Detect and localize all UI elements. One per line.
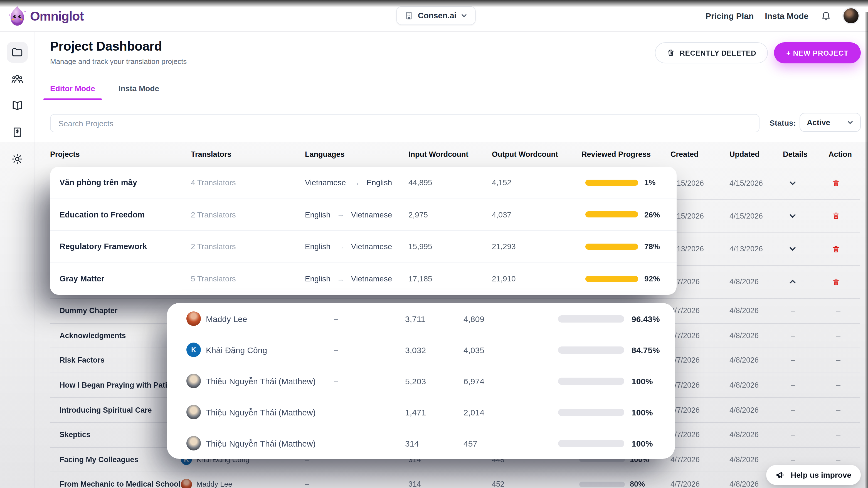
brand-wordmark: Omniglot (30, 9, 84, 24)
updated-date: 4/8/2026 (730, 278, 783, 286)
col-input-wordcount: Input Wordcount (408, 150, 492, 159)
nav-insta-mode[interactable]: Insta Mode (765, 11, 808, 21)
updated-date: 4/8/2026 (730, 356, 783, 364)
progress-bar (558, 440, 624, 447)
progress-bar (585, 276, 638, 282)
language-pair: Vietnamese→English (305, 178, 408, 187)
details-placeholder: – (783, 431, 829, 439)
details-placeholder: – (783, 406, 829, 414)
output-wordcount: 4,035 (464, 345, 558, 355)
topbar: Omniglot Consen.ai Pricing Plan Insta Mo… (0, 0, 868, 32)
output-wordcount: 4,809 (464, 314, 558, 323)
avatar (186, 436, 201, 451)
delete-trash-icon[interactable] (832, 212, 860, 221)
action-placeholder: – (829, 331, 860, 340)
sidebar-item-settings[interactable] (7, 149, 28, 170)
sidebar-item-team[interactable] (7, 68, 28, 90)
input-wordcount: 3,711 (405, 314, 464, 323)
sidebar-item-billing[interactable] (7, 122, 28, 143)
details-placeholder: – (783, 455, 829, 464)
delete-trash-icon[interactable] (832, 278, 860, 286)
translator-row: Thiệu Nguyễn Thái (Matthew) – 314 457 10… (167, 428, 675, 459)
new-project-button[interactable]: + NEW PROJECT (774, 42, 861, 63)
progress-label: 84.75% (631, 345, 675, 355)
translator-name: Maddy Lee (196, 480, 232, 488)
sidebar (0, 32, 35, 488)
recently-deleted-button[interactable]: RECENTLY DELETED (655, 42, 768, 63)
col-projects: Projects (50, 150, 191, 159)
avatar (186, 374, 201, 388)
input-wordcount: 44,895 (408, 178, 492, 187)
progress-cell: 78% (582, 242, 677, 251)
nav-pricing-plan[interactable]: Pricing Plan (706, 11, 754, 21)
table-header: Projects Translators Languages Input Wor… (50, 142, 860, 167)
status-select[interactable]: Active (800, 113, 861, 132)
progress-label: 26% (644, 210, 660, 219)
progress-label: 96.43% (631, 314, 675, 323)
progress-label: 80% (630, 480, 645, 488)
notifications-bell-icon[interactable] (821, 10, 831, 21)
sidebar-item-glossary[interactable] (7, 95, 28, 116)
team-icon (11, 73, 23, 85)
created-date: 4/15/2026 (671, 179, 730, 187)
progress-bar (558, 377, 624, 385)
delete-trash-icon[interactable] (832, 245, 860, 253)
dash: – (334, 314, 405, 323)
progress-label: 100% (631, 408, 675, 417)
project-row-expanded[interactable]: Gray Matter 5 Translators English→Vietna… (50, 263, 677, 295)
search-input[interactable] (50, 114, 760, 132)
details-placeholder: – (783, 381, 829, 389)
output-wordcount: 21,293 (492, 242, 582, 251)
settings-gear-icon (11, 153, 23, 165)
action-placeholder: – (829, 455, 860, 464)
brand-logo[interactable]: Omniglot (7, 5, 84, 27)
help-us-improve-button[interactable]: Help us improve (766, 465, 861, 485)
updated-date: 4/8/2026 (730, 307, 783, 315)
progress-bar (585, 180, 638, 186)
output-wordcount: 4,152 (492, 178, 582, 187)
updated-date: 4/8/2026 (730, 406, 783, 414)
folder-icon (11, 46, 23, 58)
sidebar-item-projects[interactable] (7, 42, 28, 63)
arrow-right-icon: → (337, 210, 344, 219)
expand-chevron-down-icon[interactable] (788, 179, 829, 187)
org-switcher[interactable]: Consen.ai (396, 6, 476, 25)
translator-panel: Maddy Lee – 3,711 4,809 96.43% K Khải Đặ… (167, 303, 675, 459)
input-wordcount: 1,471 (405, 408, 464, 417)
output-wordcount: 4,037 (492, 210, 582, 219)
project-row[interactable]: Education to Freedom 2 Translators Engli… (50, 199, 677, 231)
created-date: 4/7/2026 (671, 307, 730, 315)
translators-count: 4 Translators (191, 178, 305, 187)
input-wordcount: 314 (408, 480, 492, 488)
progress-cell: 80% (579, 480, 671, 488)
help-label: Help us improve (790, 470, 851, 479)
input-wordcount: 15,995 (408, 242, 492, 251)
dash: – (334, 377, 405, 385)
project-row[interactable]: Regulatory Framework 2 Translators Engli… (50, 231, 677, 263)
arrow-right-icon: → (352, 178, 360, 187)
chevron-down-icon (461, 12, 468, 19)
collapse-chevron-up-icon[interactable] (788, 278, 829, 286)
chapter-name: Facing My Colleagues (50, 455, 191, 464)
progress-bar (585, 212, 638, 218)
topbar-right: Pricing Plan Insta Mode (706, 0, 860, 32)
language-pair: English→Vietnamese (305, 274, 408, 283)
delete-trash-icon[interactable] (832, 178, 860, 187)
projects-card: Văn phòng trên mây 4 Translators Vietnam… (50, 167, 677, 295)
user-avatar[interactable] (842, 7, 860, 25)
translator-name: Thiệu Nguyễn Thái (Matthew) (202, 376, 334, 386)
project-name: Gray Matter (60, 274, 191, 283)
action-placeholder: – (829, 381, 860, 389)
expand-chevron-down-icon[interactable] (788, 212, 829, 220)
progress-label: 100% (631, 376, 675, 386)
megaphone-icon (776, 470, 786, 480)
chapter-row: From Mechanic to Medical School Maddy Le… (50, 472, 860, 488)
tab-insta-mode[interactable]: Insta Mode (119, 84, 159, 100)
avatar (186, 312, 201, 326)
expand-chevron-down-icon[interactable] (788, 245, 829, 253)
project-row[interactable]: Văn phòng trên mây 4 Translators Vietnam… (50, 167, 677, 199)
translator-row: Thiệu Nguyễn Thái (Matthew) – 5,203 6,97… (167, 365, 675, 396)
recently-deleted-label: RECENTLY DELETED (680, 48, 756, 57)
dash: – (334, 439, 405, 448)
tab-editor-mode[interactable]: Editor Mode (50, 84, 95, 100)
